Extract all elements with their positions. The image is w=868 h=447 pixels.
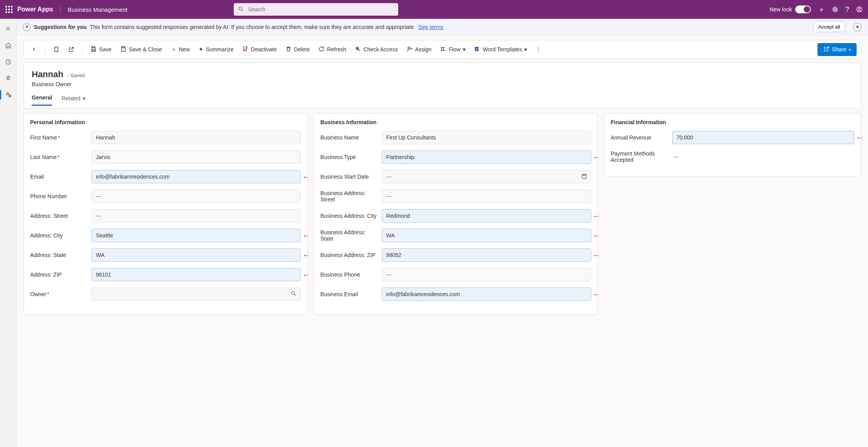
save-close-button[interactable]: Save & Close bbox=[117, 43, 165, 56]
svg-point-0 bbox=[239, 7, 242, 10]
section-business: Business Information Business Name Busin… bbox=[314, 113, 597, 315]
delete-icon bbox=[285, 46, 292, 53]
help-icon[interactable]: ? bbox=[845, 5, 849, 14]
field-biz-email: Business Email ← bbox=[320, 288, 591, 301]
addr-zip-label: Address: ZIP bbox=[30, 271, 87, 278]
biz-type-label: Business Type bbox=[320, 154, 377, 160]
share-button[interactable]: Share ▾ bbox=[817, 43, 857, 56]
shell: ≡ ✦ Suggestions for you This form contai… bbox=[0, 19, 868, 447]
flow-icon bbox=[440, 46, 446, 53]
biz-phone-input[interactable] bbox=[382, 268, 591, 281]
biz-addr-city-input[interactable] bbox=[382, 209, 591, 223]
back-button[interactable] bbox=[28, 44, 40, 55]
overflow-button[interactable]: ⋮ bbox=[532, 44, 544, 55]
rail-entity-icon[interactable] bbox=[0, 90, 16, 100]
addr-state-input[interactable] bbox=[92, 248, 301, 262]
assign-icon bbox=[406, 46, 413, 53]
record-saved: - Saved bbox=[67, 72, 85, 78]
rail-menu-icon[interactable]: ≡ bbox=[0, 24, 16, 34]
payment-label: Payment Methods Accepted bbox=[611, 150, 668, 163]
field-address-city: Address: City ← bbox=[30, 229, 301, 242]
save-close-label: Save & Close bbox=[129, 46, 162, 52]
tab-general[interactable]: General bbox=[32, 94, 52, 106]
svg-line-1 bbox=[242, 10, 243, 11]
see-terms-link[interactable]: See terms bbox=[418, 24, 443, 30]
field-payment-methods: Payment Methods Accepted --- bbox=[611, 150, 854, 163]
svg-point-16 bbox=[292, 291, 295, 295]
biz-addr-street-input[interactable] bbox=[382, 190, 591, 203]
check-access-button[interactable]: Check Access bbox=[352, 43, 401, 56]
word-templates-button[interactable]: W Word Templates ▾ bbox=[471, 43, 531, 56]
phone-input[interactable] bbox=[92, 190, 301, 203]
new-button[interactable]: ＋ New bbox=[168, 43, 193, 56]
waffle-icon[interactable] bbox=[5, 6, 13, 13]
biz-addr-state-input[interactable] bbox=[382, 229, 591, 242]
delete-button[interactable]: Delete bbox=[282, 43, 313, 56]
field-email: Email ← bbox=[30, 170, 301, 183]
flow-label: Flow bbox=[449, 46, 460, 52]
accept-all-button[interactable]: Accept all bbox=[813, 22, 845, 32]
lookup-icon[interactable] bbox=[291, 291, 297, 298]
deactivate-button[interactable]: Deactivate bbox=[239, 43, 280, 56]
form-selector-icon[interactable] bbox=[50, 44, 63, 55]
svg-text:W: W bbox=[476, 47, 478, 50]
save-close-icon bbox=[120, 46, 126, 53]
biz-start-input[interactable] bbox=[382, 170, 591, 183]
addr-city-input[interactable] bbox=[92, 229, 301, 242]
rail-pinned-icon[interactable] bbox=[0, 74, 16, 83]
first-name-input[interactable] bbox=[92, 131, 301, 144]
chevron-down-icon: ▾ bbox=[83, 95, 85, 101]
biz-name-input[interactable] bbox=[382, 131, 591, 144]
callout-arrow: ← bbox=[593, 290, 601, 299]
addr-zip-input[interactable] bbox=[92, 268, 301, 281]
refresh-button[interactable]: Refresh bbox=[315, 43, 349, 56]
suggestion-body: This form contains suggested responses g… bbox=[90, 24, 415, 30]
rail-home-icon[interactable] bbox=[0, 41, 16, 50]
save-button[interactable]: Save bbox=[87, 43, 115, 56]
field-biz-addr-state: Business Address: State ← bbox=[320, 229, 591, 242]
biz-type-input[interactable] bbox=[382, 150, 591, 164]
section-personal: Personal Information First Name* Last Na… bbox=[23, 113, 307, 315]
email-input[interactable] bbox=[92, 170, 301, 183]
owner-input[interactable] bbox=[92, 288, 301, 301]
assign-label: Assign bbox=[415, 46, 431, 52]
payment-value[interactable]: --- bbox=[672, 151, 854, 162]
chevron-down-icon: ▾ bbox=[849, 47, 851, 52]
tab-related[interactable]: Related ▾ bbox=[61, 94, 85, 106]
refresh-label: Refresh bbox=[327, 46, 346, 52]
annual-rev-input[interactable] bbox=[672, 131, 854, 144]
app-header: Power Apps Business Management New look … bbox=[0, 0, 868, 19]
suggestion-lead: Suggestions for you bbox=[34, 24, 87, 30]
owner-label: Owner* bbox=[30, 291, 87, 297]
biz-addr-zip-label: Business Address: ZIP bbox=[320, 252, 377, 258]
last-name-input[interactable] bbox=[92, 150, 301, 164]
svg-point-4 bbox=[859, 8, 860, 9]
settings-icon[interactable] bbox=[832, 6, 838, 13]
flow-button[interactable]: Flow ▾ bbox=[437, 43, 469, 56]
copilot-icon[interactable]: ✦ bbox=[853, 23, 862, 31]
account-icon[interactable] bbox=[856, 6, 863, 13]
email-label: Email bbox=[30, 174, 87, 180]
addr-city-label: Address: City bbox=[30, 232, 87, 239]
save-icon bbox=[90, 46, 97, 53]
biz-addr-zip-input[interactable] bbox=[382, 248, 591, 262]
assign-button[interactable]: Assign bbox=[403, 43, 435, 56]
biz-email-input[interactable] bbox=[382, 288, 591, 301]
search-input[interactable] bbox=[247, 6, 394, 13]
word-templates-label: Word Templates bbox=[483, 46, 522, 52]
record-title: Hannah bbox=[32, 69, 63, 80]
addr-street-input[interactable] bbox=[92, 209, 301, 223]
add-icon[interactable]: ＋ bbox=[818, 5, 825, 14]
new-look-toggle[interactable] bbox=[795, 5, 811, 13]
rail-recent-icon[interactable] bbox=[0, 57, 16, 67]
section-financial: Financial Information Annual Revenue ← P… bbox=[604, 113, 861, 177]
chevron-down-icon: ▾ bbox=[463, 46, 466, 52]
command-bar: Save Save & Close ＋ New ✦ Summarize bbox=[23, 40, 861, 59]
open-new-window-icon[interactable] bbox=[65, 44, 78, 55]
field-biz-addr-city: Business Address: City ← bbox=[320, 209, 591, 223]
section-personal-title: Personal Information bbox=[30, 119, 301, 125]
field-biz-addr-zip: Business Address: ZIP ← bbox=[320, 248, 591, 262]
summarize-button[interactable]: ✦ Summarize bbox=[195, 43, 237, 55]
check-access-icon bbox=[355, 46, 361, 53]
search-box[interactable] bbox=[234, 3, 398, 16]
